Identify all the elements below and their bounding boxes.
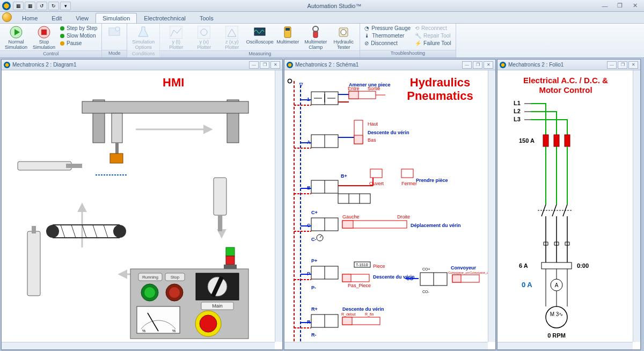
svg-point-28 [46, 225, 59, 238]
diagram-canvas[interactable]: Electrical A.C. / D.C. & Motor Control L… [497, 70, 640, 349]
qat-btn[interactable]: ▦ [25, 2, 35, 10]
slow-motion-button[interactable]: Slow Motion [59, 32, 98, 39]
svg-text:Electrical A.C. / D.C. &: Electrical A.C. / D.C. & [523, 76, 608, 85]
multimeter-clamp-button[interactable]: Multimeter Clamp [303, 25, 328, 50]
thermometer-button[interactable]: 🌡Thermometer [363, 32, 412, 39]
svg-text:Motor Control: Motor Control [539, 85, 592, 94]
svg-text:Fermer: Fermer [401, 181, 417, 186]
qat-btn[interactable]: ▦ [13, 2, 24, 10]
close-button[interactable]: ✕ [628, 2, 642, 10]
svg-point-29 [113, 225, 126, 238]
simulation-options-button[interactable]: Simulation Options [130, 25, 156, 50]
hmi-heading: HMI [163, 76, 184, 89]
pane-max-button[interactable]: ❐ [473, 61, 482, 69]
thermometer-icon: 🌡 [364, 33, 370, 39]
svg-text:CO+: CO+ [422, 267, 430, 271]
svg-text:Prendre pièce: Prendre pièce [416, 178, 448, 183]
svg-rect-155 [543, 135, 548, 147]
group-title: Measuring [160, 50, 360, 57]
pane-close-button[interactable]: ✕ [628, 61, 638, 69]
svg-text:R+: R+ [311, 306, 318, 312]
yt-plotter-button[interactable]: y (t) Plotter [163, 25, 189, 50]
pane-max-button[interactable]: ❐ [618, 61, 627, 69]
tab-view[interactable]: View [69, 13, 96, 23]
pause-small-icon [60, 41, 64, 46]
svg-text:Pas_Piece: Pas_Piece [348, 283, 371, 288]
pane-min-button[interactable]: — [462, 61, 472, 69]
disconnect-button[interactable]: ⊘Disconnect [363, 40, 412, 47]
pane-folio1: Mechatronics 2 : Folio1 — ❐ ✕ Electrical… [497, 59, 641, 350]
vertical-scrollbar[interactable] [633, 70, 640, 342]
tab-simulation[interactable]: Simulation [96, 13, 137, 23]
ribbon-tabs: Home Edit View Simulation Electrotechnic… [0, 12, 644, 24]
svg-rect-26 [214, 178, 226, 215]
svg-text:Déplacement du vérin: Déplacement du vérin [411, 223, 461, 228]
svg-text:%: % [172, 329, 175, 333]
pressure-gauge-button[interactable]: ◔Pressure Gauge [363, 25, 412, 32]
pane-close-button[interactable]: ✕ [484, 61, 493, 69]
yx-plotter-button[interactable]: y (x) Plotter [191, 25, 217, 50]
svg-rect-39 [226, 247, 235, 256]
diagram-canvas[interactable]: Hydraulics Pneumatics 1 [284, 70, 495, 349]
diagram-canvas[interactable]: HMI [2, 70, 282, 349]
pane-titlebar[interactable]: Mechatronics 2 : Diagram1 — ❐ ✕ [2, 60, 282, 70]
pane-titlebar[interactable]: Mechatronics 2 : Schéma1 — ❐ ✕ [284, 60, 495, 70]
mode-button[interactable] [105, 25, 123, 40]
repair-tool-button[interactable]: 🔧Repair Tool [414, 32, 452, 39]
horizontal-scrollbar[interactable] [2, 342, 275, 349]
svg-text:CO-: CO- [422, 290, 430, 294]
ribbon: Normal Simulation Stop Simulation Step b… [0, 24, 644, 58]
plot-icon [197, 26, 210, 39]
svg-rect-24 [66, 164, 82, 168]
failure-tool-button[interactable]: ⚡Failure Tool [414, 40, 452, 47]
pause-button[interactable]: Pause [59, 40, 98, 47]
play-small-icon [60, 34, 64, 38]
svg-text:Descente du vérin: Descente du vérin [368, 130, 409, 135]
tab-home[interactable]: Home [15, 13, 45, 23]
pane-titlebar[interactable]: Mechatronics 2 : Folio1 — ❐ ✕ [497, 60, 640, 70]
reconnect-button[interactable]: ⟲Reconnect [414, 25, 452, 32]
qat-btn[interactable]: ↻ [48, 2, 59, 10]
normal-simulation-button[interactable]: Normal Simulation [3, 25, 29, 50]
oscilloscope-button[interactable]: Oscilloscope [247, 25, 273, 45]
svg-rect-37 [27, 231, 40, 296]
quick-access-toolbar: ▦ ▦ ↺ ↻ ▾ [13, 2, 71, 10]
app-menu-orb[interactable] [2, 12, 12, 22]
oscilloscope-icon [253, 26, 266, 39]
tab-tools[interactable]: Tools [193, 13, 221, 23]
multimeter-button[interactable]: Multimeter [275, 25, 301, 45]
svg-text:Main: Main [212, 303, 223, 309]
flask-icon [137, 26, 150, 39]
qat-btn[interactable]: ▾ [60, 2, 71, 10]
pane-min-button[interactable]: — [607, 61, 617, 69]
pane-diagram1: Mechatronics 2 : Diagram1 — ❐ ✕ HMI [1, 59, 283, 350]
tab-electrotechnical[interactable]: Electrotechnical [137, 13, 193, 23]
vertical-scrollbar[interactable] [488, 70, 495, 342]
svg-text:150 A: 150 A [519, 137, 535, 144]
stop-icon [38, 26, 50, 39]
svg-rect-142 [342, 317, 352, 325]
maximize-button[interactable]: ❐ [613, 2, 627, 10]
svg-text:B+: B+ [341, 173, 347, 179]
svg-line-32 [61, 225, 65, 238]
svg-text:%: % [142, 329, 145, 333]
plot-icon [170, 26, 182, 39]
hydraulic-tester-button[interactable]: Hydraulic Tester [331, 25, 356, 50]
pane-max-button[interactable]: ❐ [260, 61, 269, 69]
stop-simulation-button[interactable]: Stop Simulation [31, 25, 57, 50]
pane-min-button[interactable]: — [249, 61, 259, 69]
svg-text:Running: Running [142, 275, 158, 280]
step-by-step-button[interactable]: Step by Step [59, 25, 98, 32]
pane-close-button[interactable]: ✕ [270, 61, 280, 69]
horizontal-scrollbar[interactable] [497, 342, 633, 349]
qat-btn[interactable]: ↺ [36, 2, 47, 10]
tab-edit[interactable]: Edit [45, 13, 69, 23]
doc-icon [4, 62, 10, 68]
svg-text:M
3∿: M 3∿ [550, 311, 564, 317]
svg-line-35 [93, 225, 97, 238]
minimize-button[interactable]: — [598, 2, 612, 10]
vertical-scrollbar[interactable] [275, 70, 282, 342]
svg-text:C-: C- [311, 237, 317, 242]
horizontal-scrollbar[interactable] [284, 342, 488, 349]
zxy-plotter-button[interactable]: z (x,y) Plotter [219, 25, 245, 50]
